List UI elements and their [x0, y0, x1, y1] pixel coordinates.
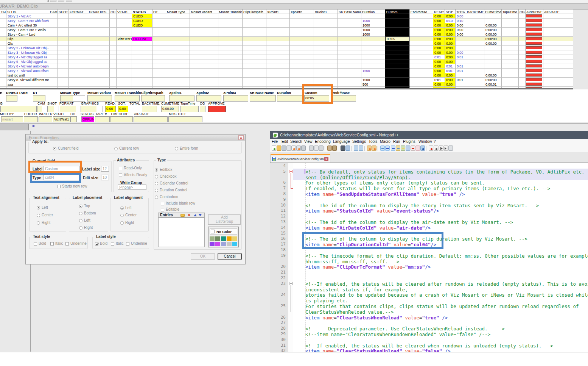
cell-vid-row6[interactable]: VizrtTest1	[117, 37, 132, 41]
label-alignment-group-center-radio[interactable]	[120, 214, 124, 217]
code-row-line-4[interactable]: 4	[270, 163, 588, 169]
rundown-grid[interactable]: TALSLUGCAMSHOTFORMATGRAPHICSCHVID-IDSTAT…	[0, 9, 573, 89]
cell-endphrase-row14[interactable]	[410, 73, 433, 78]
cell-ch-row13[interactable]	[110, 69, 117, 73]
ok-button[interactable]: OK	[191, 253, 215, 260]
cell-xp1-row3[interactable]	[266, 23, 290, 28]
cell-cume-row9[interactable]	[484, 50, 502, 55]
cell-tota-row8[interactable]	[456, 46, 466, 50]
cell-mtype-row11[interactable]	[166, 59, 190, 64]
cell-vid-row12[interactable]	[117, 64, 132, 69]
cell-xp1-row13[interactable]	[266, 69, 290, 73]
column-header-tota[interactable]: TOTA	[456, 9, 466, 14]
column-header-cam[interactable]: CAM	[49, 9, 58, 14]
toolbar-button[interactable]	[58, 0, 64, 2]
type-checkbox-radio[interactable]	[155, 175, 158, 178]
cell-xp3-row14[interactable]	[314, 73, 338, 78]
label-style-underline-checkbox[interactable]	[126, 242, 129, 246]
cell-tal-row14[interactable]	[0, 73, 6, 78]
apply-current-row-radio[interactable]	[114, 147, 118, 150]
cell-slug-row10[interactable]: Story 4 - Viz Obj tagged as	[6, 55, 49, 59]
cell-graphics-row13[interactable]	[88, 69, 110, 73]
cell-mtransition-row9[interactable]	[218, 50, 243, 55]
cell-mtransition-row6[interactable]	[218, 37, 243, 41]
code-row-line-31[interactable]: 31<!--If enabled, the status will be cle…	[270, 343, 588, 348]
cell-slug-row4[interactable]: Story - Cam + Arc + Walls	[6, 28, 49, 32]
cell-xp1-row9[interactable]	[266, 50, 290, 55]
cell-tota-row4[interactable]: 0:00	[456, 28, 466, 32]
column-header-ch[interactable]: CH	[110, 9, 117, 14]
cell-srbase-row11[interactable]	[338, 59, 361, 64]
cell-airdate-row2[interactable]	[543, 19, 573, 23]
cell-cliphires-row15[interactable]	[243, 78, 266, 82]
add-list-group-button[interactable]: AddList/Group	[208, 214, 241, 225]
cell-cume-row2[interactable]	[484, 19, 502, 23]
cell-dur-row14[interactable]	[361, 73, 385, 78]
cell-custom-row1[interactable]	[385, 14, 410, 19]
cell-xp2-row1[interactable]	[290, 14, 314, 19]
cell-vid-row16[interactable]	[117, 82, 132, 87]
cell-mtransition-row15[interactable]	[218, 78, 243, 82]
cell-dur-row7[interactable]	[361, 41, 385, 46]
cell-tape-row14[interactable]	[502, 73, 519, 78]
cell-slug-row6[interactable]: Clip	[6, 37, 49, 41]
cell-dt-row14[interactable]	[152, 73, 166, 78]
cell-mvariant-row7[interactable]	[190, 41, 218, 46]
code-row-line-8[interactable]: 8<item name="SendUpdateStatusForAllItems…	[270, 191, 588, 197]
cell-cume-row6[interactable]: 0:00:00	[484, 37, 502, 41]
cell-dur-row13[interactable]: 1500	[361, 69, 385, 73]
cell-airdate-row12[interactable]	[543, 64, 573, 69]
cell-cume-row1[interactable]	[484, 14, 502, 19]
tool-play-icon[interactable]	[439, 145, 443, 151]
type-calendar-control-radio[interactable]	[155, 182, 158, 185]
cell-cume-row14[interactable]: 0:00:00	[484, 73, 502, 78]
code-row-line-22[interactable]: 22	[270, 275, 588, 281]
cell-shot-row15[interactable]	[58, 78, 69, 82]
cell-graphics-row15[interactable]	[88, 78, 110, 82]
cell-tota-row5[interactable]: 0:00	[456, 32, 466, 37]
form-field-mosart-variant[interactable]	[87, 95, 112, 102]
fold-collapse-icon[interactable]	[289, 282, 292, 285]
cell-xp3-row3[interactable]	[314, 23, 338, 28]
cell-airdate-row10[interactable]	[543, 55, 573, 59]
column-header-mtransition[interactable]: Mosart Transitio	[218, 9, 243, 14]
cell-airdate-row11[interactable]	[543, 59, 573, 64]
cell-shot-row11[interactable]	[58, 59, 69, 64]
palette-color-2[interactable]	[215, 236, 220, 241]
cell-sot-row10[interactable]: 0:00	[445, 55, 456, 59]
toolbar-button[interactable]	[50, 0, 56, 2]
cell-format-row2[interactable]	[69, 19, 88, 23]
cell-tal-row9[interactable]	[0, 50, 6, 55]
cell-cam-row4[interactable]	[49, 28, 58, 32]
cell-mtransition-row1[interactable]	[218, 14, 243, 19]
cell-vid-row14[interactable]	[117, 73, 132, 78]
tool-pages-icon[interactable]	[286, 145, 291, 151]
cell-shot-row6[interactable]	[58, 37, 69, 41]
column-header-status[interactable]: STATUS	[132, 9, 152, 14]
menu-help[interactable]: ?	[434, 139, 436, 144]
tool-pagesg-icon[interactable]	[448, 145, 453, 151]
cell-graphics-row3[interactable]	[88, 23, 110, 28]
cell-status-row16[interactable]	[132, 82, 152, 87]
code-row-line-26[interactable]: 26<item name="ClearStatusWhenReload" val…	[270, 314, 588, 320]
cell-approve-row8[interactable]	[526, 46, 543, 50]
cell-xp1-row10[interactable]	[266, 55, 290, 59]
cell-airdate-row14[interactable]	[543, 73, 573, 78]
cell-cg-row6[interactable]	[519, 37, 526, 41]
cell-mtype-row10[interactable]	[166, 55, 190, 59]
write-group-input[interactable]: !<none>	[118, 185, 146, 190]
column-header-cliphires[interactable]: ClipHirespath	[243, 9, 266, 14]
cell-xp1-row8[interactable]	[266, 46, 290, 50]
cell-shot-row5[interactable]	[58, 32, 69, 37]
cell-tota-row7[interactable]	[456, 41, 466, 46]
cell-sot-row3[interactable]: 0:00	[445, 23, 456, 28]
tool-rec-icon[interactable]	[429, 145, 433, 151]
cell-tal-row7[interactable]	[0, 41, 6, 46]
cell-approve-row3[interactable]	[526, 23, 543, 28]
cell-xp3-row7[interactable]	[314, 41, 338, 46]
cell-shot-row2[interactable]	[58, 19, 69, 23]
cell-cliphires-row2[interactable]	[243, 19, 266, 23]
cell-tape-row7[interactable]	[502, 41, 519, 46]
cell-read-row10[interactable]: 0:01	[433, 55, 445, 59]
form-field-xpoint3[interactable]	[223, 95, 248, 102]
